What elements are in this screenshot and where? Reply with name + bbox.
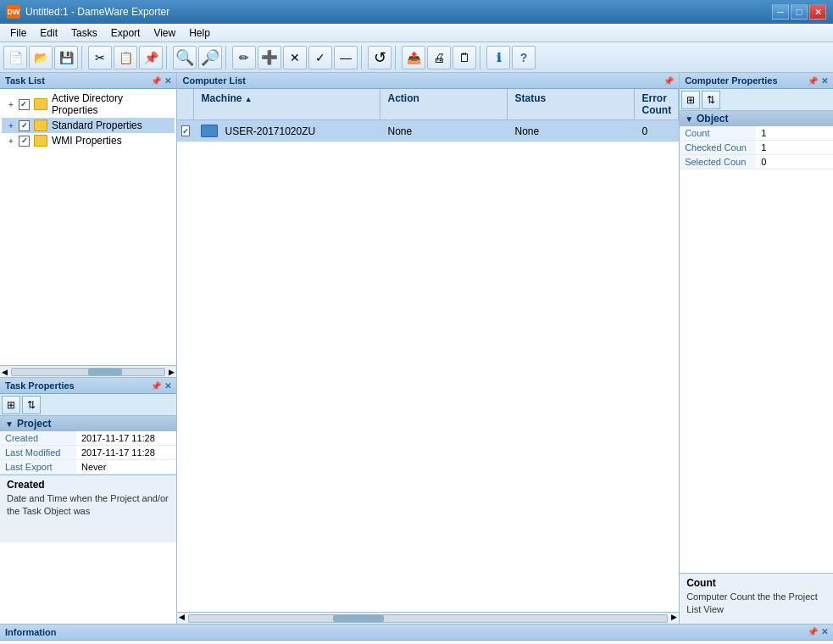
- menu-help[interactable]: Help: [182, 25, 217, 41]
- center-panel: Computer List 📌 Machine ▲ Action Status …: [177, 73, 680, 624]
- computer-list-scrollbar[interactable]: ◀ ▶: [177, 612, 679, 624]
- tree-item-standard-properties[interactable]: + Standard Properties: [2, 118, 175, 133]
- task-list-pin-button[interactable]: 📌: [151, 76, 161, 86]
- sort-indicator-machine: ▲: [245, 95, 253, 103]
- comp-scrollbar-track: [188, 614, 668, 623]
- task-props-pin-button[interactable]: 📌: [151, 381, 161, 391]
- row-0-check-box[interactable]: [181, 125, 190, 136]
- col-header-status[interactable]: Status: [508, 89, 635, 119]
- tree-checkbox-1[interactable]: [19, 99, 30, 110]
- task-list-content: + Active Directory Properties + Standard…: [0, 89, 176, 365]
- task-props-header-buttons: 📌 ✕: [151, 381, 171, 391]
- save-button[interactable]: 💾: [54, 46, 78, 69]
- task-list-scrollbar[interactable]: ◀ ▶: [0, 365, 176, 377]
- project-section-expand[interactable]: ▼: [5, 419, 14, 429]
- title-left: DW Untitled:1 - DameWare Exporter: [7, 5, 169, 19]
- minimize-button[interactable]: ─: [772, 4, 789, 19]
- prop-row-last-modified[interactable]: Last Modified 2017-11-17 11:28: [0, 446, 176, 460]
- info-panel-header-buttons: 📌 ✕: [808, 627, 828, 637]
- title-buttons: ─ □ ✕: [772, 4, 826, 19]
- search-button-1[interactable]: 🔍: [173, 46, 197, 69]
- computer-icon-0: [201, 125, 218, 137]
- col-header-check[interactable]: [177, 89, 194, 119]
- obj-prop-row-selected-count[interactable]: Selected Coun 0: [680, 155, 833, 169]
- prop-row-last-export[interactable]: Last Export Never: [0, 460, 176, 475]
- comp-props-sort-button[interactable]: ⇅: [702, 91, 720, 109]
- prop-label-last-export: Last Export: [0, 460, 76, 475]
- check-button[interactable]: ✓: [308, 46, 332, 69]
- help-button[interactable]: ?: [512, 46, 536, 69]
- tree-label-3: WMI Properties: [52, 135, 122, 147]
- search-button-2[interactable]: 🔎: [198, 46, 222, 69]
- tree-label-2: Standard Properties: [52, 119, 142, 131]
- menu-export[interactable]: Export: [104, 25, 147, 41]
- tree-expand-1[interactable]: +: [5, 98, 17, 110]
- info-button[interactable]: ℹ: [486, 46, 510, 69]
- tree-checkbox-2[interactable]: [19, 120, 30, 131]
- menu-tasks[interactable]: Tasks: [64, 25, 104, 41]
- preview-button[interactable]: 🗒: [453, 46, 476, 69]
- computer-props-pin-button[interactable]: 📌: [808, 76, 818, 86]
- obj-prop-row-checked-count[interactable]: Checked Coun 1: [680, 141, 833, 155]
- task-list-title: Task List: [5, 75, 45, 86]
- toolbar: 📄 📂 💾 ✂ 📋 📌 🔍 🔎 ✏ ➕ ✕ ✓ — ↺ 📤 🖨 🗒 ℹ ?: [0, 42, 833, 73]
- task-list-close-button[interactable]: ✕: [164, 76, 171, 86]
- cut-button[interactable]: ✂: [88, 46, 112, 69]
- object-section-expand[interactable]: ▼: [685, 114, 693, 124]
- paste-button[interactable]: 📌: [139, 46, 163, 69]
- obj-prop-value-selected-count: 0: [756, 155, 833, 169]
- add-button[interactable]: ➕: [258, 46, 281, 69]
- scroll-left[interactable]: ◀: [0, 368, 9, 376]
- menu-file[interactable]: File: [3, 25, 33, 41]
- col-header-error-count[interactable]: Error Count: [635, 89, 679, 119]
- copy-button[interactable]: 📋: [114, 46, 137, 69]
- folder-icon-2: [34, 119, 47, 131]
- separator-5: [395, 46, 398, 69]
- refresh-button[interactable]: ↺: [368, 46, 392, 69]
- tree-item-wmi-properties[interactable]: + WMI Properties: [2, 133, 175, 148]
- information-panel-header: Information 📌 ✕: [0, 625, 833, 641]
- tree-checkbox-3[interactable]: [19, 136, 30, 147]
- props-sort-button[interactable]: ⇅: [22, 396, 41, 414]
- main-layout: Task List 📌 ✕ + Active Directory Propert…: [0, 73, 833, 624]
- computer-list-row-0[interactable]: USER-20171020ZU None None 0: [177, 120, 679, 142]
- edit-button[interactable]: ✏: [232, 46, 256, 69]
- menu-view[interactable]: View: [147, 25, 182, 41]
- description-title: Created: [7, 479, 169, 491]
- col-header-machine[interactable]: Machine ▲: [194, 89, 380, 119]
- tree-item-active-directory[interactable]: + Active Directory Properties: [2, 91, 175, 118]
- task-props-toolbar: ⊞ ⇅: [0, 394, 176, 416]
- computer-list-pin-button[interactable]: 📌: [664, 76, 674, 86]
- menu-edit[interactable]: Edit: [33, 25, 64, 41]
- uncheck-button[interactable]: —: [334, 46, 358, 69]
- col-header-action[interactable]: Action: [380, 89, 508, 119]
- print-button[interactable]: 🖨: [427, 46, 451, 69]
- comp-props-grid-button[interactable]: ⊞: [681, 91, 700, 109]
- open-button[interactable]: 📂: [29, 46, 53, 69]
- comp-desc-text: Computer Count the the Project List View: [686, 591, 826, 617]
- comp-scroll-left[interactable]: ◀: [177, 613, 186, 624]
- remove-button[interactable]: ✕: [283, 46, 307, 69]
- props-grid-view-button[interactable]: ⊞: [2, 396, 20, 414]
- comp-scrollbar-thumb[interactable]: [333, 615, 384, 622]
- prop-row-created[interactable]: Created 2017-11-17 11:28: [0, 431, 176, 446]
- tree-expand-2[interactable]: +: [5, 119, 17, 131]
- close-button[interactable]: ✕: [809, 4, 826, 19]
- export-button[interactable]: 📤: [402, 46, 425, 69]
- obj-prop-row-count[interactable]: Count 1: [680, 126, 833, 141]
- scrollbar-thumb[interactable]: [88, 369, 122, 375]
- info-panel-pin-button[interactable]: 📌: [808, 627, 818, 637]
- separator-2: [166, 46, 169, 69]
- restore-button[interactable]: □: [791, 4, 808, 19]
- task-list-header: Task List 📌 ✕: [0, 73, 176, 89]
- tree-expand-3[interactable]: +: [5, 135, 17, 147]
- comp-scroll-right[interactable]: ▶: [669, 613, 679, 624]
- new-button[interactable]: 📄: [3, 46, 27, 69]
- computer-props-close-button[interactable]: ✕: [821, 76, 828, 86]
- info-panel-close-button[interactable]: ✕: [821, 627, 828, 637]
- scroll-right[interactable]: ▶: [167, 368, 176, 376]
- task-props-close-button[interactable]: ✕: [164, 381, 171, 391]
- computer-props-toolbar: ⊞ ⇅: [680, 89, 833, 111]
- row-0-checkbox[interactable]: [177, 123, 194, 139]
- prop-label-created: Created: [0, 431, 76, 446]
